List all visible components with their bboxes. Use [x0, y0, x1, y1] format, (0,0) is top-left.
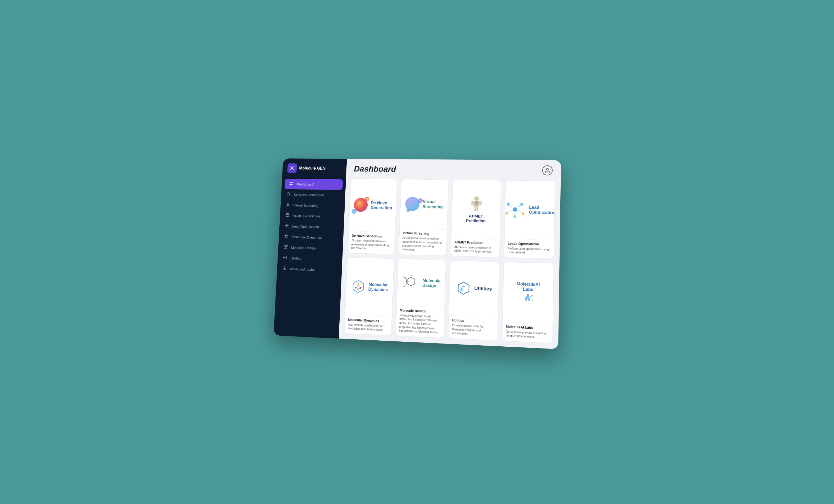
svg-point-15: [287, 203, 289, 204]
app-name: Molecule GEN: [299, 166, 326, 171]
card-md-title: Molecular Dynamics: [348, 317, 388, 323]
sidebar-item-dashboard[interactable]: Dashboard: [284, 179, 343, 190]
svg-point-13: [287, 193, 290, 195]
card-lead-image: LeadOptimization: [504, 180, 555, 240]
card-mdesign-desc: Interactively design & edit molecules & …: [399, 313, 441, 334]
svg-line-47: [357, 285, 358, 287]
card-de-novo-title: De Novo Generation: [351, 234, 392, 238]
utilities-icon: [282, 255, 287, 261]
svg-text:H₃C: H₃C: [402, 285, 405, 287]
svg-line-60: [404, 283, 407, 285]
card-labs-title: MoleculeAI Labs: [506, 324, 549, 330]
svg-line-37: [508, 205, 515, 207]
card-mdesign-body: Molecule Design Interactively design & e…: [396, 305, 444, 338]
card-md-body: Molecular Dynamics User-friendly interfa…: [344, 315, 392, 335]
virtual-screening-icon: [285, 202, 290, 207]
svg-text:H₂N: H₂N: [403, 277, 405, 278]
sidebar-item-mol-dynamics[interactable]: Molecular Dynamics: [279, 231, 344, 243]
svg-point-34: [505, 212, 508, 215]
svg-point-36: [513, 215, 516, 218]
card-de-novo[interactable]: De NovoGeneration De Novo Generation AI-…: [348, 178, 397, 254]
svg-point-24: [474, 196, 479, 201]
card-mdesign-image: N CH₃ H₂N H₃C: [397, 259, 446, 307]
svg-line-59: [405, 278, 407, 280]
svg-rect-10: [291, 182, 292, 183]
svg-line-40: [517, 210, 522, 212]
svg-point-43: [357, 283, 359, 285]
lead-opt-icon: [284, 223, 289, 228]
sidebar-item-molecule-labs[interactable]: MoleculeAI Labs: [277, 263, 342, 276]
dashboard-icon: [288, 181, 293, 187]
sidebar-item-utilities-label: Utilities: [290, 256, 301, 260]
card-utilities-image: Utilities: [449, 261, 499, 317]
svg-point-31: [513, 207, 517, 212]
card-molecule-labs[interactable]: MoleculeAILabs: [502, 262, 553, 343]
card-lead-desc: Perform Lead optimization using Generati…: [507, 246, 550, 255]
card-utilities-body: Utilities Comprehensive Tools for Molecu…: [448, 315, 498, 341]
card-mdesign-title: Molecule Design: [400, 308, 441, 314]
card-de-novo-body: De Novo Generation AI-driven module for …: [348, 231, 395, 254]
svg-point-18: [286, 224, 287, 225]
sidebar-item-mol-design[interactable]: Molecule Design: [278, 242, 343, 254]
sidebar-item-mol-design-label: Molecule Design: [291, 245, 316, 250]
card-virtual-screening[interactable]: VirtualScreening Virtual Screening AI-en…: [398, 179, 448, 256]
sidebar-item-lead-opt[interactable]: Lead Optimisation: [279, 220, 344, 233]
sidebar-item-virtual-screening[interactable]: Virtual Screening: [280, 199, 345, 211]
card-labs-body: MoleculeAI Labs Get a sneak preview at e…: [502, 322, 552, 343]
card-mol-dynamics[interactable]: MolecularDynamics Molecular Dynamics Use…: [344, 257, 394, 336]
sidebar-item-mol-dynamics-label: Molecular Dynamics: [291, 235, 322, 239]
card-vs-title: Virtual Screening: [402, 231, 444, 236]
card-lead-opt[interactable]: LeadOptimization Leads Optimiatizon Perf…: [504, 180, 555, 259]
sidebar: Molecule GEN Dashboard: [273, 158, 347, 338]
screen-wrapper: Molecule GEN Dashboard: [273, 158, 561, 346]
svg-point-68: [531, 294, 533, 297]
svg-rect-28: [474, 207, 476, 211]
svg-point-70: [531, 299, 533, 301]
svg-line-38: [515, 206, 522, 207]
sidebar-item-admet[interactable]: ADMET Prediction: [280, 210, 344, 222]
svg-point-32: [506, 202, 510, 205]
svg-text:N: N: [406, 280, 408, 282]
card-de-novo-image: De NovoGeneration: [349, 179, 397, 232]
cards-grid: De NovoGeneration De Novo Generation AI-…: [338, 176, 561, 349]
svg-rect-29: [476, 207, 478, 211]
card-vs-desc: AI-enhanced virtual screening: Smart tec…: [402, 236, 443, 253]
svg-rect-11: [289, 184, 291, 185]
card-utilities[interactable]: Utilities Utilities Comprehensive Tools …: [448, 260, 499, 341]
svg-rect-64: [527, 294, 529, 296]
card-labs-desc: Get a sneak preview at exciting things i…: [505, 329, 549, 339]
card-admet-title: ADMET Prediction: [454, 240, 496, 245]
header: Dashboard: [346, 159, 561, 178]
svg-marker-42: [353, 280, 364, 292]
card-vs-image: VirtualScreening: [400, 179, 448, 229]
mol-dynamics-icon: [284, 234, 289, 239]
card-admet-desc: AI-models based prediction of ADME and T…: [454, 245, 496, 254]
svg-rect-9: [289, 182, 291, 183]
svg-rect-62: [462, 286, 465, 287]
user-avatar[interactable]: [542, 165, 552, 175]
main-content: Dashboard: [338, 159, 561, 349]
card-utilities-desc: Comprehensive Tools for Molecular Analys…: [452, 323, 494, 337]
de-novo-icon: [286, 192, 291, 197]
card-admet[interactable]: ADMETPrediction ADMET Prediction AI-mode…: [451, 180, 501, 257]
card-mol-design[interactable]: N CH₃ H₂N H₃C: [395, 259, 446, 338]
card-admet-body: ADMET Prediction AI-models based predict…: [451, 237, 500, 257]
app-container: Molecule GEN Dashboard: [273, 158, 561, 349]
svg-rect-25: [474, 201, 478, 207]
molecule-labs-icon: [282, 266, 287, 271]
svg-marker-61: [458, 282, 469, 294]
svg-point-22: [284, 257, 285, 258]
svg-line-48: [358, 285, 360, 287]
sidebar-item-utilities[interactable]: Utilities: [277, 253, 343, 265]
card-lead-title: Leads Optimiatizon: [507, 241, 550, 246]
logo-area: Molecule GEN: [282, 163, 347, 179]
svg-point-23: [546, 168, 548, 170]
sidebar-item-admet-label: ADMET Prediction: [292, 214, 320, 218]
card-md-desc: User-friendly interfaces for MD simulati…: [348, 322, 388, 332]
sidebar-item-virtual-screening-label: Virtual Screening: [293, 203, 319, 207]
svg-line-5: [291, 167, 292, 168]
svg-line-39: [507, 210, 513, 212]
sidebar-item-molecule-labs-label: MoleculeAI Labs: [290, 267, 314, 271]
page-title: Dashboard: [353, 164, 396, 174]
sidebar-item-de-novo[interactable]: De Novo Generation: [281, 189, 345, 201]
